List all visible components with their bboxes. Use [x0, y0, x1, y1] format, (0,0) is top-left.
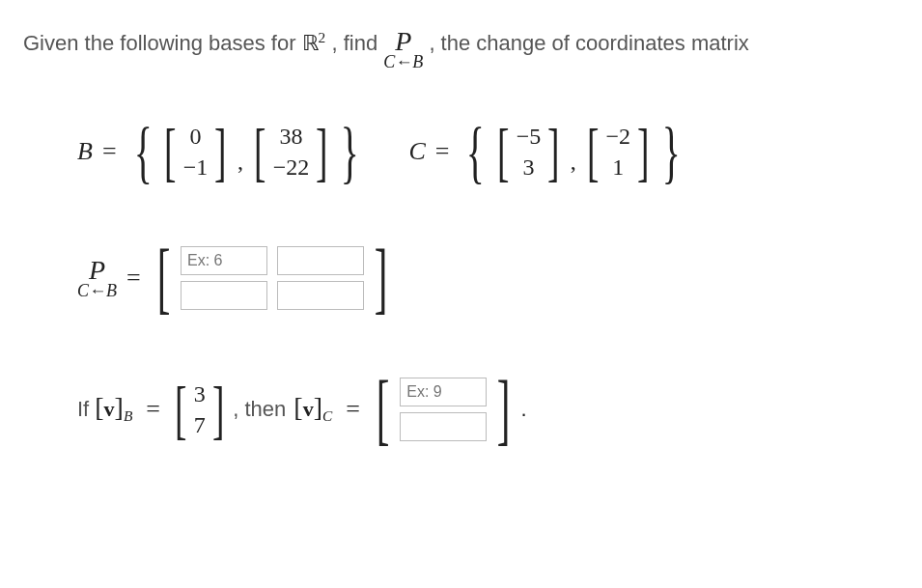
then-text: , then	[233, 397, 286, 422]
space-R: ℝ	[302, 31, 319, 55]
P-r1c2-input[interactable]	[277, 246, 364, 275]
lbrack-icon: [	[164, 119, 176, 184]
C-vec2: −2 1	[606, 119, 631, 184]
rbrack-icon: ]	[637, 119, 649, 184]
basis-B-name: B	[77, 137, 93, 166]
vC-r2-input[interactable]	[400, 412, 487, 441]
P-r2c2-input[interactable]	[277, 281, 364, 310]
P-r1c1-input[interactable]	[181, 246, 267, 275]
lbrack-icon: [	[157, 238, 171, 318]
P-over-CB-2: P C←B	[77, 257, 117, 299]
final-period: .	[521, 397, 527, 422]
eq-2: =	[435, 137, 450, 166]
lbrack-icon: [	[497, 119, 509, 184]
bases-row: B = { [ 0 −1 ] , [ 38 −22 ] } C = { [ −5…	[77, 117, 899, 186]
rbrack-icon: ]	[375, 238, 388, 318]
P-over-CB: P C←B	[383, 28, 423, 70]
rbrace-icon: }	[341, 117, 359, 186]
eq-3: =	[126, 264, 141, 293]
sub-CB: C←B	[383, 53, 423, 70]
P-symbol: P	[395, 28, 411, 55]
rbrack-icon: ]	[497, 370, 511, 449]
P-r2c1-input[interactable]	[181, 281, 267, 310]
lbrack-icon: [	[254, 119, 265, 184]
space-exp: 2	[319, 29, 326, 45]
basis-C-name: C	[408, 137, 425, 166]
lbrack-icon: [	[587, 119, 599, 184]
rbrack-icon: ]	[316, 119, 327, 184]
P-matrix-inputs	[181, 246, 364, 310]
lbrack-icon: [	[175, 377, 186, 442]
eq-5: =	[346, 395, 360, 424]
eq-1: =	[102, 137, 117, 166]
prompt-suffix: , the change of coordinates matrix	[429, 31, 748, 55]
rbrace-icon: }	[661, 117, 680, 186]
B-vec1: 0 −1	[183, 119, 209, 184]
rbrack-icon: ]	[214, 119, 226, 184]
vC-inputs	[400, 378, 487, 441]
vC-label: [v]C	[293, 394, 332, 425]
lbrack-icon: [	[377, 370, 390, 449]
prompt-mid: , find	[331, 31, 383, 55]
if-text: If	[77, 397, 89, 422]
lbrace-icon: {	[133, 117, 152, 186]
problem-statement: Given the following bases for ℝ2 , find …	[23, 27, 899, 70]
eq-4: =	[146, 395, 160, 424]
prompt-prefix: Given the following bases for	[23, 31, 302, 55]
comma-2: ,	[571, 149, 576, 175]
lbrace-icon: {	[466, 117, 485, 186]
vB-label: [v]B	[95, 394, 132, 425]
vC-r1-input[interactable]	[400, 378, 487, 406]
rbrack-icon: ]	[212, 377, 224, 442]
C-vec1: −5 3	[517, 119, 542, 184]
rbrack-icon: ]	[547, 119, 559, 184]
result-row: If [v]B = [ 3 7 ] , then [v]C = [ ] .	[77, 370, 899, 449]
comma-1: ,	[237, 149, 243, 175]
vB-vec: 3 7	[194, 377, 206, 442]
matrix-input-row: P C←B = [ ]	[77, 238, 899, 318]
B-vec2: 38 −22	[273, 119, 310, 184]
